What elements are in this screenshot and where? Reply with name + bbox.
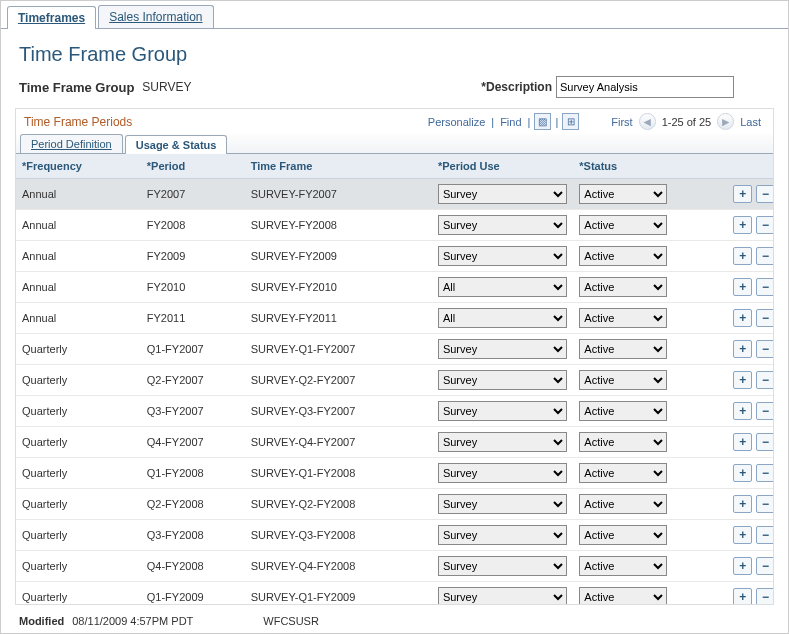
period-use-select[interactable]: Survey [438, 246, 567, 266]
period-use-select[interactable]: Survey [438, 401, 567, 421]
col-timeframe[interactable]: Time Frame [245, 154, 432, 179]
cell-timeframe: SURVEY-Q1-FY2008 [245, 458, 432, 489]
status-select[interactable]: Active [579, 308, 667, 328]
period-use-select[interactable]: Survey [438, 556, 567, 576]
cell-period: Q2-FY2007 [141, 365, 245, 396]
cell-period: FY2009 [141, 241, 245, 272]
delete-row-button[interactable]: − [756, 247, 773, 265]
delete-row-button[interactable]: − [756, 216, 773, 234]
cell-frequency: Quarterly [16, 458, 141, 489]
table-row: QuarterlyQ1-FY2007SURVEY-Q1-FY2007Survey… [16, 334, 773, 365]
status-select[interactable]: Active [579, 339, 667, 359]
period-use-select[interactable]: Survey [438, 525, 567, 545]
cell-period: Q4-FY2008 [141, 551, 245, 582]
last-link[interactable]: Last [740, 116, 761, 128]
col-status[interactable]: *Status [573, 154, 673, 179]
table-row: QuarterlyQ2-FY2008SURVEY-Q2-FY2008Survey… [16, 489, 773, 520]
period-use-select[interactable]: Survey [438, 339, 567, 359]
cell-timeframe: SURVEY-FY2009 [245, 241, 432, 272]
page-title: Time Frame Group [1, 29, 788, 76]
period-use-select[interactable]: All [438, 277, 567, 297]
period-use-select[interactable]: Survey [438, 215, 567, 235]
delete-row-button[interactable]: − [756, 588, 773, 604]
table-row: QuarterlyQ3-FY2007SURVEY-Q3-FY2007Survey… [16, 396, 773, 427]
period-use-select[interactable]: Survey [438, 463, 567, 483]
col-period-use[interactable]: *Period Use [432, 154, 573, 179]
delete-row-button[interactable]: − [756, 495, 773, 513]
add-row-button[interactable]: + [733, 557, 752, 575]
delete-row-button[interactable]: − [756, 340, 773, 358]
col-period[interactable]: *Period [141, 154, 245, 179]
tab-sales-information[interactable]: Sales Information [98, 5, 213, 28]
periods-table: *Frequency *Period Time Frame *Period Us… [16, 154, 773, 604]
delete-row-button[interactable]: − [756, 557, 773, 575]
subtab-usage-status[interactable]: Usage & Status [125, 135, 228, 154]
top-tabs: Timeframes Sales Information [1, 1, 788, 29]
cell-timeframe: SURVEY-Q4-FY2008 [245, 551, 432, 582]
personalize-link[interactable]: Personalize [428, 116, 485, 128]
find-link[interactable]: Find [500, 116, 521, 128]
status-select[interactable]: Active [579, 587, 667, 604]
subtab-period-definition[interactable]: Period Definition [20, 134, 123, 153]
delete-row-button[interactable]: − [756, 526, 773, 544]
add-row-button[interactable]: + [733, 247, 752, 265]
add-row-button[interactable]: + [733, 433, 752, 451]
status-select[interactable]: Active [579, 525, 667, 545]
add-row-button[interactable]: + [733, 216, 752, 234]
delete-row-button[interactable]: − [756, 464, 773, 482]
period-use-select[interactable]: Survey [438, 432, 567, 452]
delete-row-button[interactable]: − [756, 185, 773, 203]
delete-row-button[interactable]: − [756, 309, 773, 327]
status-select[interactable]: Active [579, 215, 667, 235]
cell-timeframe: SURVEY-Q1-FY2007 [245, 334, 432, 365]
cell-timeframe: SURVEY-Q3-FY2007 [245, 396, 432, 427]
status-select[interactable]: Active [579, 463, 667, 483]
status-select[interactable]: Active [579, 432, 667, 452]
cell-frequency: Quarterly [16, 334, 141, 365]
cell-period: Q1-FY2008 [141, 458, 245, 489]
period-use-select[interactable]: Survey [438, 184, 567, 204]
add-row-button[interactable]: + [733, 340, 752, 358]
delete-row-button[interactable]: − [756, 278, 773, 296]
table-row: QuarterlyQ1-FY2008SURVEY-Q1-FY2008Survey… [16, 458, 773, 489]
status-select[interactable]: Active [579, 277, 667, 297]
add-row-button[interactable]: + [733, 402, 752, 420]
tab-timeframes[interactable]: Timeframes [7, 6, 96, 29]
table-row: AnnualFY2011SURVEY-FY2011AllActive+− [16, 303, 773, 334]
sub-tabs: Period Definition Usage & Status [16, 134, 773, 154]
status-select[interactable]: Active [579, 494, 667, 514]
add-row-button[interactable]: + [733, 278, 752, 296]
delete-row-button[interactable]: − [756, 371, 773, 389]
period-use-select[interactable]: Survey [438, 370, 567, 390]
delete-row-button[interactable]: − [756, 402, 773, 420]
add-row-button[interactable]: + [733, 185, 752, 203]
period-use-select[interactable]: Survey [438, 587, 567, 604]
add-row-button[interactable]: + [733, 588, 752, 604]
status-select[interactable]: Active [579, 401, 667, 421]
grid-scroll[interactable]: *Frequency *Period Time Frame *Period Us… [16, 154, 773, 604]
table-row: QuarterlyQ4-FY2007SURVEY-Q4-FY2007Survey… [16, 427, 773, 458]
status-select[interactable]: Active [579, 556, 667, 576]
add-row-button[interactable]: + [733, 309, 752, 327]
add-row-button[interactable]: + [733, 464, 752, 482]
zoom-icon[interactable]: ▨ [534, 113, 551, 130]
prev-arrow-icon[interactable]: ◄ [639, 113, 656, 130]
add-row-button[interactable]: + [733, 371, 752, 389]
status-select[interactable]: Active [579, 246, 667, 266]
delete-row-button[interactable]: − [756, 433, 773, 451]
table-row: QuarterlyQ4-FY2008SURVEY-Q4-FY2008Survey… [16, 551, 773, 582]
status-select[interactable]: Active [579, 370, 667, 390]
add-row-button[interactable]: + [733, 526, 752, 544]
first-link[interactable]: First [611, 116, 632, 128]
period-use-select[interactable]: All [438, 308, 567, 328]
period-use-select[interactable]: Survey [438, 494, 567, 514]
download-icon[interactable]: ⊞ [562, 113, 579, 130]
description-input[interactable] [556, 76, 734, 98]
cell-timeframe: SURVEY-Q2-FY2008 [245, 489, 432, 520]
grid-title: Time Frame Periods [24, 115, 132, 129]
next-arrow-icon[interactable]: ► [717, 113, 734, 130]
status-select[interactable]: Active [579, 184, 667, 204]
add-row-button[interactable]: + [733, 495, 752, 513]
cell-frequency: Annual [16, 210, 141, 241]
col-frequency[interactable]: *Frequency [16, 154, 141, 179]
